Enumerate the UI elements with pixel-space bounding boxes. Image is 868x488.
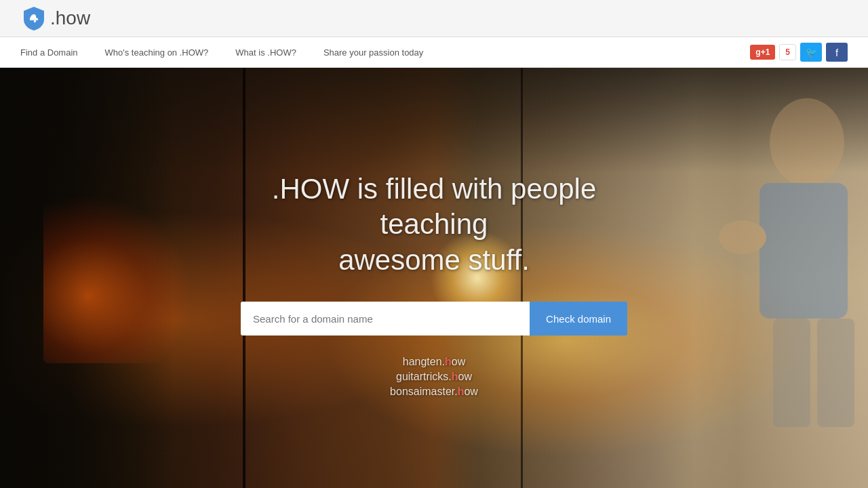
domain-example-1-post: ow <box>452 356 465 367</box>
domain-example-1: hangten.how <box>403 356 466 368</box>
twitter-icon: 🐦 <box>806 47 817 58</box>
twitter-button[interactable]: 🐦 <box>800 43 822 62</box>
hero-title-line2: awesome stuff. <box>338 244 530 276</box>
nav-whos-teaching[interactable]: Who's teaching on .HOW? <box>105 47 209 58</box>
domain-example-3-post: ow <box>464 386 477 397</box>
domain-example-3-highlight: h <box>458 386 465 397</box>
logo-text: .how <box>50 7 90 29</box>
check-domain-button[interactable]: Check domain <box>530 302 627 336</box>
domain-example-2-pre: guitartricks. <box>396 371 452 382</box>
domain-example-2: guitartricks.how <box>396 371 472 383</box>
facebook-icon: f <box>835 47 838 58</box>
hero-content: .HOW is filled with people teaching awes… <box>0 68 868 488</box>
gplus-label: g+1 <box>755 47 770 57</box>
domain-example-2-highlight: h <box>452 371 458 382</box>
nav-find-domain[interactable]: Find a Domain <box>20 47 78 58</box>
hero-title-line1: .HOW is filled with people teaching <box>272 173 597 241</box>
header: .how <box>0 0 868 37</box>
nav-share-passion[interactable]: Share your passion today <box>323 47 423 58</box>
social-buttons: g+1 5 🐦 f <box>750 43 848 62</box>
domain-example-2-post: ow <box>458 371 472 382</box>
hero-title: .HOW is filled with people teaching awes… <box>224 171 644 279</box>
domain-example-1-highlight: h <box>445 356 452 367</box>
domain-example-3: bonsaimaster.how <box>390 386 478 398</box>
domain-examples: hangten.how guitartricks.how bonsaimaste… <box>390 356 478 398</box>
nav: Find a Domain Who's teaching on .HOW? Wh… <box>0 37 868 68</box>
gplus-count: 5 <box>779 44 796 60</box>
logo[interactable]: .how <box>20 5 90 32</box>
facebook-button[interactable]: f <box>826 43 848 62</box>
domain-example-1-pre: hangten. <box>403 356 445 367</box>
nav-what-is[interactable]: What is .HOW? <box>235 47 296 58</box>
domain-search-input[interactable] <box>241 302 530 336</box>
hero-section: .HOW is filled with people teaching awes… <box>0 68 868 488</box>
search-bar: Check domain <box>241 302 627 336</box>
gplus-button[interactable]: g+1 <box>750 45 775 60</box>
nav-links: Find a Domain Who's teaching on .HOW? Wh… <box>20 47 750 58</box>
domain-example-3-pre: bonsaimaster. <box>390 386 458 397</box>
logo-shield-icon <box>20 5 47 32</box>
